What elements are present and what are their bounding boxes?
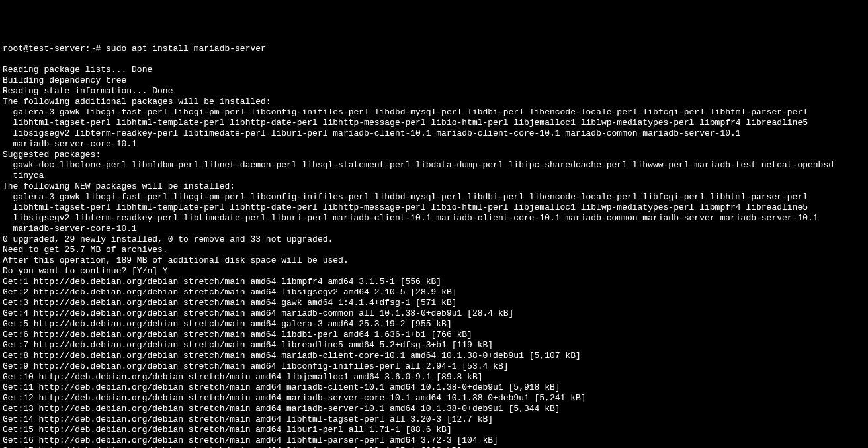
- status-line: Building dependency tree: [3, 75, 865, 86]
- download-line: Get:14 http://deb.debian.org/debian stre…: [3, 414, 865, 425]
- download-line: Get:2 http://deb.debian.org/debian stret…: [3, 287, 865, 298]
- package-list-line: libhtml-tagset-perl libhtml-template-per…: [3, 202, 865, 213]
- status-line: Reading state information... Done: [3, 86, 865, 97]
- download-line: Get:10 http://deb.debian.org/debian stre…: [3, 372, 865, 382]
- package-list-line: mariadb-server-core-10.1: [3, 224, 865, 234]
- terminal-output: Reading package lists... DoneBuilding de…: [3, 65, 865, 448]
- download-line: Get:3 http://deb.debian.org/debian stret…: [3, 298, 865, 308]
- summary-line: Do you want to continue? [Y/n] Y: [3, 266, 865, 277]
- status-line: Reading package lists... Done: [3, 65, 865, 75]
- new-packages-header: The following NEW packages will be insta…: [3, 181, 865, 192]
- package-list-line: mariadb-server-core-10.1: [3, 139, 865, 150]
- download-line: Get:11 http://deb.debian.org/debian stre…: [3, 382, 865, 393]
- download-line: Get:13 http://deb.debian.org/debian stre…: [3, 404, 865, 414]
- summary-line: Need to get 25.7 MB of archives.: [3, 245, 865, 255]
- download-line: Get:7 http://deb.debian.org/debian stret…: [3, 340, 865, 351]
- summary-line: 0 upgraded, 29 newly installed, 0 to rem…: [3, 234, 865, 245]
- download-line: Get:4 http://deb.debian.org/debian stret…: [3, 308, 865, 319]
- download-line: Get:6 http://deb.debian.org/debian stret…: [3, 330, 865, 340]
- package-list-line: galera-3 gawk libcgi-fast-perl libcgi-pm…: [3, 192, 865, 202]
- download-line: Get:12 http://deb.debian.org/debian stre…: [3, 393, 865, 404]
- package-list-line: libsigsegv2 libterm-readkey-perl libtime…: [3, 128, 865, 139]
- download-line: Get:9 http://deb.debian.org/debian stret…: [3, 361, 865, 372]
- download-line: Get:1 http://deb.debian.org/debian stret…: [3, 277, 865, 287]
- package-list-line: tinyca: [3, 171, 865, 181]
- suggested-header: Suggested packages:: [3, 150, 865, 160]
- download-line: Get:15 http://deb.debian.org/debian stre…: [3, 425, 865, 435]
- download-line: Get:5 http://deb.debian.org/debian stret…: [3, 319, 865, 330]
- download-line: Get:16 http://deb.debian.org/debian stre…: [3, 435, 865, 446]
- package-list-line: libsigsegv2 libterm-readkey-perl libtime…: [3, 213, 865, 224]
- summary-line: After this operation, 189 MB of addition…: [3, 255, 865, 266]
- download-line: Get:8 http://deb.debian.org/debian stret…: [3, 351, 865, 361]
- package-list-line: galera-3 gawk libcgi-fast-perl libcgi-pm…: [3, 107, 865, 118]
- package-list-line: gawk-doc libclone-perl libmldbm-perl lib…: [3, 160, 865, 171]
- terminal-prompt-line[interactable]: root@test-server:~# sudo apt install mar…: [3, 44, 865, 54]
- status-line: The following additional packages will b…: [3, 97, 865, 107]
- package-list-line: libhtml-tagset-perl libhtml-template-per…: [3, 118, 865, 128]
